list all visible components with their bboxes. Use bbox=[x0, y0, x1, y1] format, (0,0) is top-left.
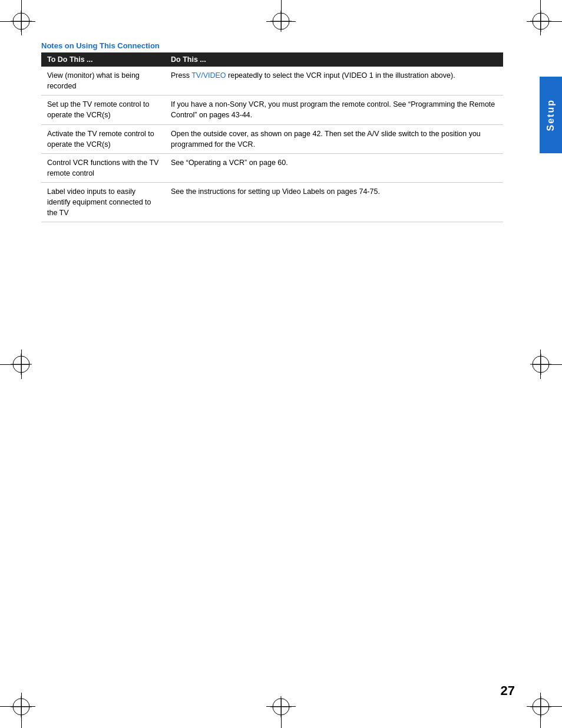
table-cell-action: Activate the TV remote control to operat… bbox=[41, 124, 165, 153]
trim-line bbox=[540, 0, 541, 35]
trim-line bbox=[0, 21, 35, 22]
trim-line bbox=[281, 699, 282, 728]
trim-line bbox=[527, 21, 562, 22]
info-table: To Do This ... Do This ... View (monitor… bbox=[41, 52, 503, 222]
trim-line bbox=[0, 364, 29, 365]
content-area: Notes on Using This Connection To Do Thi… bbox=[41, 41, 503, 687]
trim-line bbox=[21, 693, 22, 728]
trim-line bbox=[540, 693, 541, 728]
trim-line bbox=[21, 350, 22, 379]
trim-line bbox=[533, 364, 562, 365]
table-cell-instruction: See “Operating a VCR” on page 60. bbox=[165, 153, 503, 182]
setup-tab: Setup bbox=[540, 77, 562, 153]
trim-line bbox=[281, 0, 282, 29]
link-text: TV/VIDEO bbox=[191, 71, 226, 80]
table-header-row: To Do This ... Do This ... bbox=[41, 52, 503, 67]
table-row: Control VCR functions with the TV remote… bbox=[41, 153, 503, 182]
reg-mark-br bbox=[530, 696, 551, 717]
table-cell-instruction: Open the outside cover, as shown on page… bbox=[165, 124, 503, 153]
section-heading: Notes on Using This Connection bbox=[41, 41, 503, 50]
table-cell-action: Control VCR functions with the TV remote… bbox=[41, 153, 165, 182]
table-row: Set up the TV remote control to operate … bbox=[41, 95, 503, 124]
table-cell-instruction: Press TV/VIDEO repeatedly to select the … bbox=[165, 67, 503, 95]
trim-line bbox=[21, 0, 22, 35]
table-cell-action: Label video inputs to easily identify eq… bbox=[41, 183, 165, 222]
trim-line bbox=[0, 706, 35, 707]
page-number: 27 bbox=[501, 683, 515, 699]
setup-tab-label: Setup bbox=[546, 99, 556, 131]
table-row: View (monitor) what is being recordedPre… bbox=[41, 67, 503, 95]
table-cell-action: View (monitor) what is being recorded bbox=[41, 67, 165, 95]
table-cell-instruction: If you have a non-Sony VCR, you must pro… bbox=[165, 95, 503, 124]
trim-line bbox=[527, 706, 562, 707]
col2-header: Do This ... bbox=[165, 52, 503, 67]
table-row: Activate the TV remote control to operat… bbox=[41, 124, 503, 153]
table-cell-action: Set up the TV remote control to operate … bbox=[41, 95, 165, 124]
col1-header: To Do This ... bbox=[41, 52, 165, 67]
trim-line bbox=[540, 350, 541, 379]
table-row: Label video inputs to easily identify eq… bbox=[41, 183, 503, 222]
table-cell-instruction: See the instructions for setting up Vide… bbox=[165, 183, 503, 222]
